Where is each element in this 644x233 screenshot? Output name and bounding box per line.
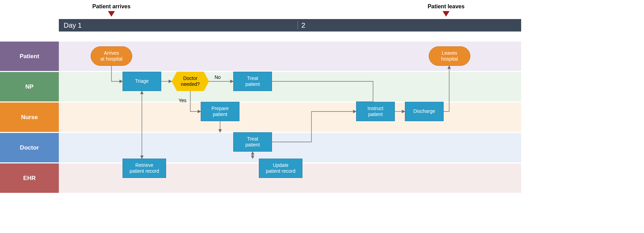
node-discharge[interactable]: Discharge: [405, 102, 444, 121]
node-label: Instructpatient: [368, 106, 383, 118]
edge-label-no: No: [215, 74, 221, 80]
node-label: Discharge: [413, 108, 435, 115]
node-update-patient-record[interactable]: Updatepatient record: [259, 159, 302, 178]
node-instruct-patient[interactable]: Instructpatient: [356, 102, 395, 121]
timeline-day2: 2: [301, 21, 305, 29]
triangle-down-icon: [108, 11, 115, 17]
timeline-divider: [298, 21, 298, 29]
node-label: Leaveshospital: [441, 50, 458, 62]
node-label: Preparepatient: [211, 106, 229, 118]
node-prepare-patient[interactable]: Preparepatient: [201, 102, 239, 121]
lane-body-nurse: [59, 102, 521, 132]
triangle-down-icon: [443, 11, 450, 17]
node-label: Arrivesat hospital: [100, 50, 123, 62]
node-label: Doctorneeded?: [181, 75, 200, 88]
lane-label-nurse: Nurse: [0, 102, 59, 132]
lane-label-doctor: Doctor: [0, 133, 59, 162]
milestone-patient-arrives: Patient arrives: [91, 3, 132, 17]
node-label: Treatpatient: [245, 75, 260, 88]
milestone-label: Patient arrives: [92, 3, 130, 9]
node-retrieve-patient-record[interactable]: Retrievepatient record: [123, 159, 166, 178]
milestone-label: Patient leaves: [428, 3, 465, 9]
milestone-patient-leaves: Patient leaves: [425, 3, 467, 17]
node-triage[interactable]: Triage: [123, 72, 161, 91]
lane-label-patient: Patient: [0, 42, 59, 71]
timeline-day1: Day 1: [59, 21, 298, 29]
edge-label-yes: Yes: [179, 98, 187, 103]
timeline-bar: Day 1 2: [59, 19, 521, 32]
node-label: Retrievepatient record: [129, 162, 159, 174]
node-leaves-hospital[interactable]: Leaveshospital: [429, 46, 470, 66]
node-label: Triage: [135, 78, 148, 84]
node-doctor-needed-decision[interactable]: Doctorneeded?: [172, 72, 209, 91]
node-treat-patient-doctor[interactable]: Treatpatient: [233, 132, 272, 152]
lane-label-np: NP: [0, 72, 59, 101]
node-label: Updatepatient record: [266, 162, 296, 174]
lane-label-ehr: EHR: [0, 163, 59, 193]
node-label: Treatpatient: [245, 136, 260, 148]
lane-body-doctor: [59, 133, 521, 162]
node-treat-patient-np[interactable]: Treatpatient: [233, 72, 272, 91]
node-arrives-at-hospital[interactable]: Arrivesat hospital: [91, 46, 132, 66]
